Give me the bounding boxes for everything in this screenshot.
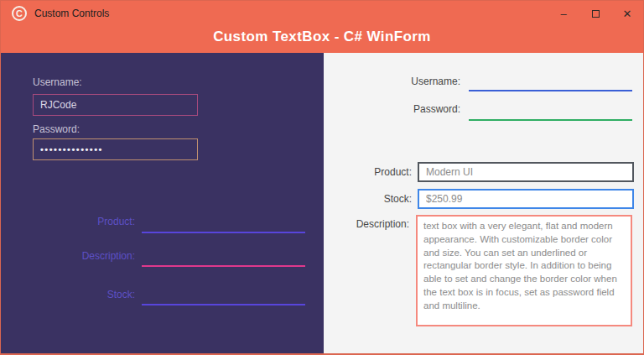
title-bar[interactable]: C Custom Controls – ✕ — [1, 1, 643, 26]
rp-product-input[interactable] — [418, 162, 634, 182]
minimize-icon: – — [560, 8, 566, 20]
minimize-button[interactable]: – — [548, 1, 579, 26]
lp-description-input[interactable] — [142, 247, 305, 265]
window-controls: – ✕ — [548, 1, 643, 26]
lp-description-label: Description: — [34, 250, 135, 262]
lp-username-label: Username: — [33, 76, 82, 88]
dark-panel: Username: Password: Product: Description… — [1, 53, 324, 353]
lp-stock-underline — [142, 304, 305, 305]
lp-product-input[interactable] — [142, 213, 305, 232]
lp-password-label: Password: — [33, 123, 80, 135]
lp-description-underline — [142, 265, 305, 267]
header: C Custom Controls – ✕ Custom TextBox - C… — [1, 1, 643, 53]
rp-description-label: Description: — [317, 218, 409, 230]
lp-product-underline — [142, 232, 305, 233]
page-title: Custom TextBox - C# WinForm — [1, 29, 643, 45]
rp-password-underline — [469, 119, 632, 121]
maximize-icon — [592, 10, 600, 18]
lp-password-input[interactable] — [33, 138, 198, 160]
window-title: Custom Controls — [34, 8, 109, 19]
rp-product-label: Product: — [319, 166, 412, 178]
maximize-button[interactable] — [579, 1, 611, 26]
rp-username-underline — [469, 90, 632, 91]
rp-stock-input[interactable] — [418, 189, 634, 209]
rp-username-label: Username: — [368, 76, 460, 87]
lp-username-input[interactable] — [33, 94, 198, 116]
close-button[interactable]: ✕ — [611, 1, 643, 26]
app-logo-icon: C — [12, 6, 27, 21]
rp-password-label: Password: — [368, 103, 460, 115]
close-icon: ✕ — [623, 8, 632, 20]
rp-description-textarea[interactable]: text box with a very elegant, flat and m… — [416, 215, 632, 326]
lp-product-label: Product: — [34, 216, 135, 227]
rp-stock-label: Stock: — [319, 193, 412, 205]
lp-stock-label: Stock: — [34, 289, 135, 300]
rp-username-input[interactable] — [469, 73, 632, 90]
lp-stock-input[interactable] — [142, 285, 305, 304]
app-window: C Custom Controls – ✕ Custom TextBox - C… — [0, 0, 644, 355]
rp-password-input[interactable] — [469, 102, 632, 118]
